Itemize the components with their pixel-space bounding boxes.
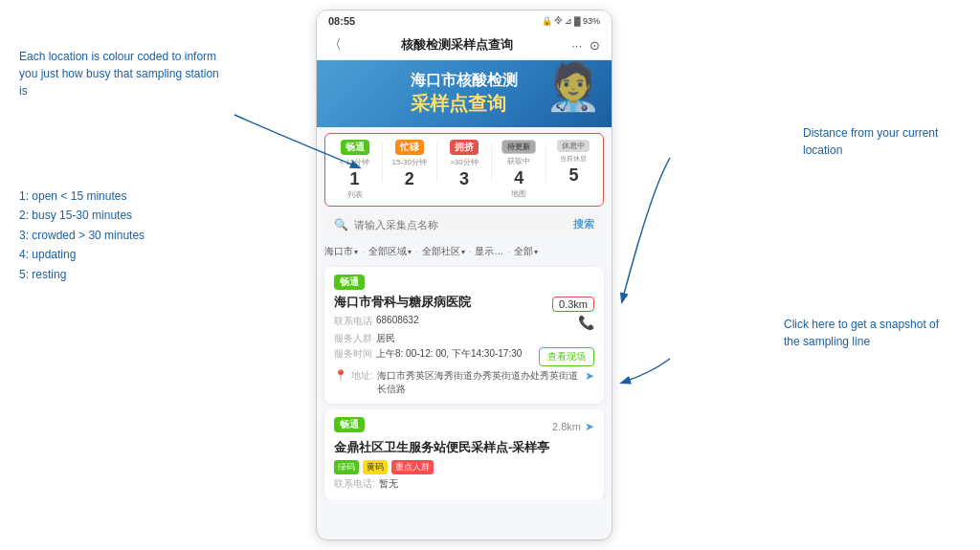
badge-smooth: 畅通 — [341, 140, 369, 155]
tab-divider-4 — [546, 143, 546, 182]
tab-resting-sub: 当前休息 — [560, 154, 587, 164]
card1-phone-val: 68608632 — [376, 315, 574, 325]
back-button[interactable]: 〈 — [328, 36, 342, 54]
card1-addr-label: 地址: — [351, 369, 373, 383]
card1-status-badge: 畅通 — [334, 275, 365, 290]
card1-phone-label: 联系电话 — [334, 315, 372, 328]
tag-yellow: 黄码 — [363, 460, 388, 474]
card1-group-row: 服务人群 居民 — [334, 332, 594, 345]
tab-divider-3 — [491, 143, 492, 182]
tag-green: 绿码 — [334, 460, 359, 474]
right-top-annotation: Distance from your current location — [803, 124, 956, 159]
tab-divider-1 — [382, 143, 383, 182]
filter-community[interactable]: 全部社区 ▾ — [422, 245, 465, 258]
status-time: 08:55 — [328, 15, 355, 27]
filter-sep-3: · — [469, 247, 472, 257]
status-tabs: 畅通 < 15分钟 1 列表 忙碌 15-30分钟 2 拥挤 >30分钟 3 — [324, 133, 604, 207]
search-input[interactable] — [354, 219, 568, 231]
card2-phone-val: 暂无 — [379, 477, 594, 491]
tab-resting-num: 5 — [568, 165, 578, 186]
phone-mockup: 08:55 🔒 令 ⊿ ▓ 93% 〈 核酸检测采样点查询 ··· ⊙ 海口市核… — [316, 10, 612, 540]
badge-busy: 忙碌 — [395, 140, 424, 155]
share-icon[interactable]: ➤ — [585, 369, 594, 383]
arrow-right-to-distance — [622, 158, 670, 301]
chevron-down-icon-3: ▾ — [461, 248, 465, 256]
card1-header: 畅通 — [334, 275, 594, 290]
banner-figure: 🧑‍⚕️ — [545, 60, 602, 114]
legend-2: 2: busy 15-30 minutes — [19, 206, 145, 225]
lock-icon: 🔒 — [542, 16, 552, 26]
station-card-2: 畅通 2.8km ➤ 金鼎社区卫生服务站便民采样点-采样亭 绿码 黄码 重点人群… — [324, 409, 604, 499]
banner: 海口市核酸检测 采样点查询 🧑‍⚕️ — [317, 60, 612, 127]
card1-addr-val: 海口市秀英区海秀街道办秀英街道办处秀英街道长信路 — [377, 369, 581, 396]
tab-smooth-sub: < 15分钟 — [340, 157, 370, 167]
card1-time-val: 上午8: 00-12: 00, 下午14:30-17:30 — [376, 347, 535, 361]
filter-bar: 海口市 ▾ · 全部区域 ▾ · 全部社区 ▾ · 显示… · 全部 ▾ — [317, 242, 612, 261]
search-button[interactable]: 搜索 — [573, 217, 594, 231]
search-icon: 🔍 — [334, 218, 348, 231]
badge-crowded: 拥挤 — [450, 140, 479, 155]
view-scene-button[interactable]: 查看现场 — [539, 347, 594, 366]
more-icon[interactable]: ··· — [571, 38, 582, 53]
tab-smooth-num: 1 — [350, 169, 360, 189]
card2-title: 金鼎社区卫生服务站便民采样点-采样亭 — [334, 439, 594, 456]
tab-divider-2 — [436, 143, 437, 182]
tab-crowded-sub: >30分钟 — [450, 157, 479, 167]
status-bar: 08:55 🔒 令 ⊿ ▓ 93% — [317, 11, 612, 31]
filter-region[interactable]: 全部区域 ▾ — [368, 245, 412, 258]
chevron-down-icon: ▾ — [354, 248, 358, 256]
tag-key-group: 重点人群 — [391, 460, 434, 474]
card2-status-badge: 畅通 — [334, 417, 365, 432]
tab-smooth-label: 列表 — [347, 189, 363, 200]
filter-all[interactable]: 全部 ▾ — [514, 245, 538, 258]
tab-updating-label: 地图 — [511, 188, 526, 199]
right-bottom-annotation-text: Click here to get a snapshot of the samp… — [784, 318, 939, 348]
legend-1: 1: open < 15 minutes — [19, 187, 145, 206]
left-annotation: Each location is colour coded to inform … — [19, 48, 230, 99]
search-bar: 🔍 搜索 — [324, 212, 604, 236]
location-icon: 📍 — [334, 369, 347, 382]
cards-area: 畅通 海口市骨科与糖尿病医院 0.3km 联系电话 68608632 📞 服务人… — [317, 261, 612, 499]
tab-busy[interactable]: 忙碌 15-30分钟 2 — [386, 140, 434, 189]
card1-addr-row: 📍 地址: 海口市秀英区海秀街道办秀英街道办处秀英街道长信路 ➤ — [334, 369, 594, 396]
card1-time-row: 服务时间 上午8: 00-12: 00, 下午14:30-17:30 查看现场 — [334, 347, 594, 366]
legend-area: 1: open < 15 minutes 2: busy 15-30 minut… — [19, 187, 145, 284]
banner-line1: 海口市核酸检测 — [411, 71, 518, 91]
card1-title: 海口市骨科与糖尿病医院 — [334, 294, 471, 311]
badge-resting: 休息中 — [557, 140, 590, 152]
card1-distance: 0.3km — [552, 297, 594, 312]
tab-crowded-num: 3 — [459, 169, 469, 189]
share-icon-2[interactable]: ➤ — [585, 420, 594, 433]
chevron-down-icon-2: ▾ — [408, 248, 412, 256]
legend-3: 3: crowded > 30 minutes — [19, 226, 145, 245]
tab-updating[interactable]: 待更新 获取中 4 地图 — [495, 140, 543, 199]
filter-sep-2: · — [415, 247, 418, 257]
card1-group-label: 服务人群 — [334, 332, 372, 345]
tab-updating-sub: 获取中 — [507, 156, 530, 166]
filter-show[interactable]: 显示… — [475, 245, 503, 258]
tab-busy-num: 2 — [405, 169, 414, 189]
phone-icon[interactable]: 📞 — [578, 315, 594, 330]
card1-phone-row: 联系电话 68608632 📞 — [334, 315, 594, 330]
arrow-right-to-view — [622, 359, 670, 383]
card2-phone-row: 联系电话: 暂无 — [334, 477, 594, 491]
target-icon[interactable]: ⊙ — [590, 38, 600, 53]
card2-distance: 2.8km — [552, 421, 581, 432]
left-annotation-text: Each location is colour coded to inform … — [19, 50, 219, 98]
legend-5: 5: resting — [19, 265, 145, 284]
card2-phone-label: 联系电话: — [334, 477, 375, 491]
tab-resting[interactable]: 休息中 当前休息 5 — [549, 140, 597, 186]
status-icons: 🔒 令 ⊿ ▓ 93% — [542, 14, 600, 27]
nav-title: 核酸检测采样点查询 — [401, 36, 513, 54]
tab-crowded[interactable]: 拥挤 >30分钟 3 — [440, 140, 488, 189]
chevron-down-icon-4: ▾ — [534, 248, 538, 256]
wifi-icon: 令 — [554, 14, 563, 27]
card2-badge-row: 畅通 — [334, 417, 365, 432]
filter-city[interactable]: 海口市 ▾ — [324, 245, 358, 258]
tab-updating-num: 4 — [514, 168, 523, 188]
filter-sep-1: · — [362, 247, 365, 257]
nav-actions: ··· ⊙ — [571, 38, 600, 53]
card1-group-val: 居民 — [376, 332, 594, 345]
tab-smooth[interactable]: 畅通 < 15分钟 1 列表 — [331, 140, 379, 200]
right-top-annotation-text: Distance from your current location — [803, 126, 938, 157]
